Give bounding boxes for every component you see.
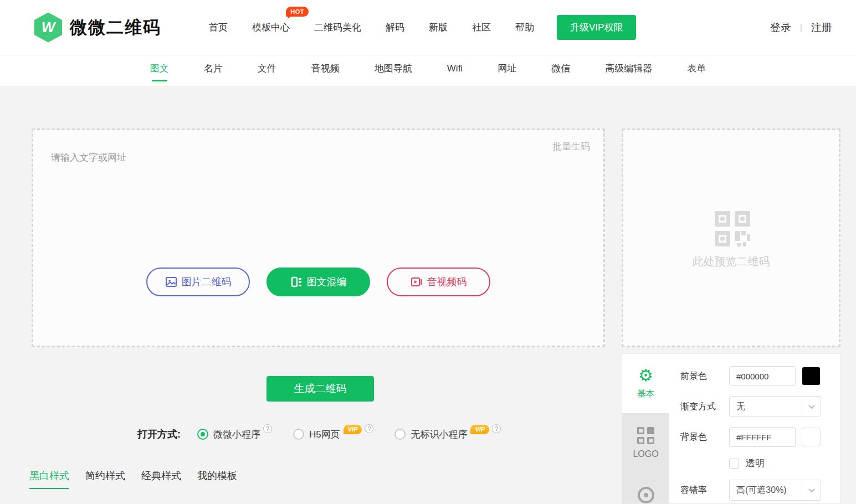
batch-generate-link[interactable]: 批量生码 [552,140,590,153]
radio-icon[interactable] [394,429,406,440]
logo-letter: W [42,19,55,36]
tab-wechat[interactable]: 微信 [551,58,570,84]
open-mode-label: 打开方式: [137,428,181,441]
mixed-text-image-button[interactable]: 图文混编 [266,268,370,296]
upgrade-vip-button[interactable]: 升级VIP权限 [557,15,636,40]
style-tab-simple[interactable]: 简约样式 [85,469,125,489]
tab-media[interactable]: 音视频 [311,58,340,84]
register-link[interactable]: 注册 [811,20,832,35]
nav-item-template-center[interactable]: 模板中心 HOT [252,21,290,34]
tab-wifi[interactable]: Wifi [447,59,463,83]
error-correction-row: 容错率 高(可遮30%) [680,480,830,501]
radio-option-mini-program[interactable]: 微微小程序 ? [197,428,272,441]
qr-preview-panel: 此处预览二维码 [622,128,840,347]
tab-business-card[interactable]: 名片 [204,58,223,84]
style-tab-black-white[interactable]: 黑白样式 [29,469,69,489]
settings-content: 前景色 渐变方式 无 背景色 透明 容 [669,354,840,503]
style-tab-classic[interactable]: 经典样式 [141,469,181,489]
radio-option-h5-page[interactable]: H5网页 VIP ? [293,428,373,441]
nav-item-home[interactable]: 首页 [209,21,228,34]
rail-item-logo[interactable]: LOGO [622,413,669,472]
nav-item-help[interactable]: 帮助 [515,21,534,34]
brand-name: 微微二维码 [70,16,161,39]
gradient-label: 渐变方式 [680,401,729,413]
gradient-select[interactable]: 无 [729,396,821,417]
gradient-value: 无 [730,401,802,413]
transparent-label: 透明 [746,457,765,470]
gradient-row: 渐变方式 无 [680,396,830,417]
image-qr-button[interactable]: 图片二维码 [146,268,250,296]
style-tabs: 黑白样式 简约样式 经典样式 我的模板 [29,469,237,489]
radio-label: H5网页 [309,428,340,441]
rail-item-basic[interactable]: ⚙ 基本 [622,354,669,413]
radio-label: 微微小程序 [213,428,260,441]
chevron-down-icon [802,480,821,500]
nav-label: 首页 [209,22,228,33]
background-color-swatch[interactable] [802,428,821,446]
nav-label: 模板中心 [252,22,290,33]
tab-advanced-editor[interactable]: 高级编辑器 [605,58,652,84]
chevron-down-icon [802,397,821,416]
nav-item-decode[interactable]: 解码 [386,21,404,34]
hot-badge: HOT [286,7,309,17]
transparent-checkbox[interactable] [729,459,739,469]
help-icon[interactable]: ? [365,424,373,433]
tab-form[interactable]: 表单 [687,58,706,84]
mode-button-row: 图片二维码 图文混编 音视频码 [33,268,603,296]
rail-label-logo: LOGO [633,449,658,459]
nav-label: 帮助 [515,22,534,33]
nav-label: 新版 [429,22,448,33]
foreground-color-swatch[interactable] [802,367,821,385]
vip-badge: VIP [344,425,362,434]
background-color-input[interactable] [729,427,796,447]
radio-option-unbranded-mini-program[interactable]: 无标识小程序 VIP ? [394,428,501,441]
nav-label: 解码 [386,22,404,33]
transparent-row: 透明 [680,457,830,470]
mixed-text-image-label: 图文混编 [307,275,347,289]
help-icon[interactable]: ? [492,424,501,433]
generate-qr-button[interactable]: 生成二维码 [266,376,374,402]
auth-links: 登录 | 注册 [770,20,832,35]
tab-text[interactable]: 图文 [150,58,169,84]
login-link[interactable]: 登录 [770,20,791,35]
image-qr-label: 图片二维码 [182,275,232,289]
nav-item-new-version[interactable]: 新版 [429,21,448,34]
style-tab-my-templates[interactable]: 我的模板 [197,469,237,489]
qr-type-tabs: 图文 名片 文件 音视频 地图导航 Wifi 网址 微信 高级编辑器 表单 [0,55,856,86]
foreground-color-row: 前景色 [680,366,830,386]
tab-map[interactable]: 地图导航 [375,58,412,84]
rail-label-basic: 基本 [637,388,655,400]
help-icon[interactable]: ? [263,424,272,433]
page: W 微微二维码 首页 模板中心 HOT 二维码美化 解码 新版 社区 帮助 升级… [0,0,856,504]
nav-item-community[interactable]: 社区 [472,21,491,34]
error-correction-select[interactable]: 高(可遮30%) [729,480,821,501]
error-correction-label: 容错率 [680,485,729,496]
logo-grid-icon [637,427,655,445]
qr-settings-panel: ⚙ 基本 LOGO 前景色 渐变方式 无 [622,353,840,504]
nav-item-beautify[interactable]: 二维码美化 [314,21,361,34]
radio-icon[interactable] [293,429,304,440]
content-input-panel: 批量生码 图片二维码 图文混编 音视频码 [32,128,605,347]
auth-divider: | [800,23,802,33]
preview-placeholder-text: 此处预览二维码 [693,254,770,269]
tab-file[interactable]: 文件 [258,58,276,84]
tab-url[interactable]: 网址 [498,58,516,84]
rail-item-eye-style[interactable] [622,472,669,503]
foreground-color-input[interactable] [729,366,796,386]
radio-label: 无标识小程序 [411,428,467,441]
media-qr-label: 音视频码 [427,275,467,289]
content-textarea[interactable] [51,151,550,245]
brand-logo[interactable]: W 微微二维码 [34,13,161,43]
media-qr-button[interactable]: 音视频码 [387,268,490,296]
settings-rail: ⚙ 基本 LOGO [622,354,669,503]
bullseye-icon [638,487,654,503]
nav-label: 社区 [472,22,491,33]
gear-icon: ⚙ [638,367,653,384]
radio-icon-selected[interactable] [197,429,208,440]
vip-badge: VIP [470,425,489,434]
picture-icon [165,276,177,288]
open-mode-row: 打开方式: 微微小程序 ? H5网页 VIP ? 无标识小程序 VIP ? [137,428,522,441]
main-nav: 首页 模板中心 HOT 二维码美化 解码 新版 社区 帮助 [209,21,534,34]
logo-hexagon-icon: W [34,13,62,43]
foreground-color-label: 前景色 [680,371,729,382]
